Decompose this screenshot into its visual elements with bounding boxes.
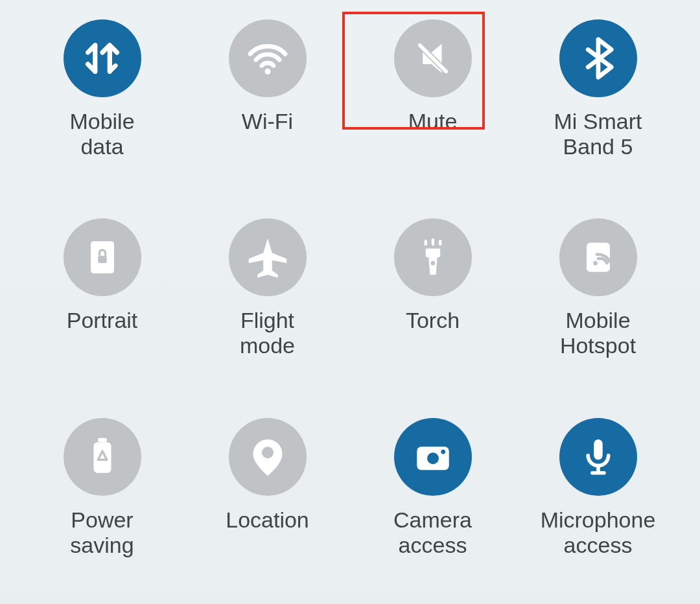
tile-microphone-access[interactable]: Microphone access	[522, 418, 674, 585]
tile-bluetooth-band[interactable]: Mi Smart Band 5	[522, 19, 674, 186]
tile-label: Torch	[406, 308, 460, 333]
svg-point-16	[427, 452, 439, 464]
tile-mute[interactable]: Mute	[356, 19, 509, 186]
tile-label: Camera access	[393, 507, 472, 558]
svg-point-11	[593, 261, 598, 266]
svg-rect-13	[98, 437, 107, 442]
mute-icon	[394, 19, 472, 97]
tile-location[interactable]: Location	[191, 418, 344, 585]
tile-label: Mobile Hotspot	[560, 308, 636, 358]
quick-settings-grid: Mobile data Wi-Fi Mute Mi Smart Band 5 P…	[26, 19, 674, 585]
tile-mobile-hotspot[interactable]: Mobile Hotspot	[522, 218, 674, 385]
torch-icon	[394, 218, 472, 296]
svg-rect-12	[93, 442, 111, 472]
svg-point-9	[430, 261, 435, 266]
microphone-icon	[559, 418, 637, 496]
svg-rect-6	[424, 240, 427, 246]
tile-torch[interactable]: Torch	[356, 218, 509, 385]
svg-rect-8	[439, 240, 442, 246]
data-arrows-icon	[64, 19, 141, 97]
tile-flight-mode[interactable]: Flight mode	[191, 218, 344, 385]
tile-label: Mute	[408, 109, 458, 134]
tile-label: Flight mode	[240, 308, 295, 358]
tile-camera-access[interactable]: Camera access	[356, 418, 509, 585]
airplane-icon	[229, 218, 307, 296]
svg-point-17	[441, 449, 445, 454]
hotspot-icon	[559, 218, 637, 296]
svg-rect-5	[425, 249, 440, 258]
tile-mobile-data[interactable]: Mobile data	[26, 19, 178, 186]
battery-icon	[64, 418, 141, 496]
tile-label: Location	[226, 507, 309, 533]
tile-label: Portrait	[67, 308, 138, 333]
tile-power-saving[interactable]: Power saving	[26, 418, 178, 585]
tile-label: Mobile data	[69, 109, 134, 159]
svg-point-0	[264, 69, 270, 75]
camera-icon	[394, 418, 472, 496]
tile-wifi[interactable]: Wi-Fi	[191, 19, 344, 186]
location-pin-icon	[229, 418, 307, 496]
svg-rect-7	[431, 238, 434, 246]
svg-rect-4	[98, 256, 107, 263]
wifi-icon	[229, 19, 307, 97]
svg-rect-18	[594, 439, 603, 460]
svg-point-14	[262, 447, 274, 458]
tile-label: Power saving	[70, 507, 134, 558]
portrait-lock-icon	[64, 218, 141, 296]
tile-label: Microphone access	[541, 507, 656, 558]
tile-portrait[interactable]: Portrait	[26, 218, 178, 385]
tile-label: Mi Smart Band 5	[554, 109, 642, 159]
tile-label: Wi-Fi	[242, 109, 293, 134]
bluetooth-icon	[559, 19, 637, 97]
